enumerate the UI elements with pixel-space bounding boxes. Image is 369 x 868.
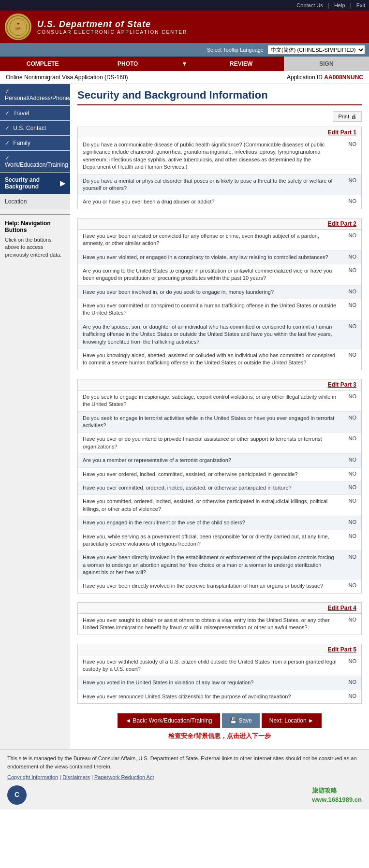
edit-part-3-link[interactable]: Edit Part 3 bbox=[328, 381, 356, 388]
table-row: Have you ever been directly involved in … bbox=[78, 551, 361, 579]
floppy-icon: 💾 bbox=[230, 717, 237, 724]
main-content: Security and Background Information Prin… bbox=[70, 84, 369, 749]
answer-value: NO bbox=[342, 232, 356, 238]
table-row: Do you seek to engage in terrorist activ… bbox=[78, 412, 361, 433]
check-icon: ✓ bbox=[5, 110, 10, 116]
check-icon: ✓ bbox=[5, 140, 10, 146]
table-row: Have you ever been directly involved in … bbox=[78, 579, 361, 593]
sidebar-item-location[interactable]: Location bbox=[0, 194, 70, 209]
help-title: Help: Navigation Buttons bbox=[5, 220, 65, 233]
answer-value: NO bbox=[342, 693, 356, 699]
sidebar-item-travel[interactable]: ✓ Travel bbox=[0, 106, 70, 121]
page-title: Security and Background Information bbox=[77, 89, 362, 105]
app-id-value: AA008NNUNC bbox=[324, 74, 363, 81]
answer-value: NO bbox=[342, 415, 356, 420]
disclaimers-link[interactable]: Disclaimers bbox=[62, 774, 90, 780]
edit-part-2-link[interactable]: Edit Part 2 bbox=[328, 220, 356, 227]
bottom-nav: ◄ Back: Work/Education/Training 💾 Save N… bbox=[77, 713, 362, 728]
answer-value: NO bbox=[342, 289, 356, 294]
table-row: Have you committed, ordered, incited, as… bbox=[78, 495, 361, 516]
answer-value: NO bbox=[342, 267, 356, 273]
tab-complete[interactable]: COMPLETE bbox=[0, 57, 85, 71]
section-1-header: Edit Part 1 bbox=[78, 127, 361, 138]
edit-part-4-link[interactable]: Edit Part 4 bbox=[328, 605, 356, 611]
section-2-header: Edit Part 2 bbox=[78, 218, 361, 230]
lang-select[interactable]: 中文(简体) (CHINESE-SIMPLIFIED) bbox=[267, 45, 365, 55]
edit-part-5-link[interactable]: Edit Part 5 bbox=[328, 646, 356, 653]
answer-value: NO bbox=[342, 471, 356, 477]
tourism-logo: 旅游攻略www.1681989.cn bbox=[312, 786, 362, 805]
answer-value: NO bbox=[342, 582, 356, 588]
section-2: Edit Part 2 Have you ever been arrested … bbox=[77, 218, 362, 370]
table-row: Do you have a mental or physical disorde… bbox=[78, 174, 361, 196]
app-id-display: Application ID AA008NNUNC bbox=[287, 74, 363, 81]
arrow-icon: ▶ bbox=[60, 179, 65, 187]
tab-review[interactable]: REVIEW bbox=[199, 57, 284, 71]
svg-text:USA: USA bbox=[15, 27, 21, 29]
table-row: Have you ever or do you intend to provid… bbox=[78, 433, 361, 454]
answer-value: NO bbox=[342, 435, 356, 441]
table-row: Have you ever renounced United States ci… bbox=[78, 690, 361, 703]
exit-link[interactable]: Exit bbox=[356, 2, 365, 8]
answer-value: NO bbox=[342, 658, 356, 664]
sidebar: ✓ Personal/Address/Phone/Passport ✓ Trav… bbox=[0, 84, 70, 749]
answer-value: NO bbox=[342, 323, 356, 329]
table-row: Are you coming to the United States to e… bbox=[78, 264, 361, 286]
answer-value: NO bbox=[342, 141, 356, 147]
table-row: Do you seek to engage in espionage, sabo… bbox=[78, 391, 361, 412]
chinese-note: 检查安全/背景信息，点击进入下一步 bbox=[77, 732, 362, 740]
sidebar-item-us-contact[interactable]: ✓ U.S. Contact bbox=[0, 121, 70, 136]
footer-bottom: C 旅游攻略www.1681989.cn bbox=[7, 785, 362, 805]
help-link[interactable]: Help bbox=[334, 2, 345, 8]
next-button[interactable]: Next: Location ► bbox=[262, 713, 322, 728]
check-icon: ✓ bbox=[5, 155, 10, 161]
answer-value: NO bbox=[342, 484, 356, 490]
print-bar: Print 🖨 bbox=[77, 111, 362, 122]
check-icon: ✓ bbox=[5, 125, 10, 131]
answer-value: NO bbox=[342, 177, 356, 183]
main-layout: ✓ Personal/Address/Phone/Passport ✓ Trav… bbox=[0, 84, 369, 749]
bureau-logo: C bbox=[7, 785, 27, 805]
help-box: Help: Navigation Buttons Click on the bu… bbox=[0, 214, 70, 263]
nav-tabs: COMPLETE PHOTO ▼ REVIEW SIGN bbox=[0, 57, 369, 71]
back-button[interactable]: ◄ Back: Work/Education/Training bbox=[118, 713, 220, 728]
save-button[interactable]: 💾 Save bbox=[222, 713, 260, 728]
tab-sign[interactable]: SIGN bbox=[284, 57, 369, 71]
sidebar-item-security[interactable]: Security and Background ▶ bbox=[0, 173, 70, 194]
answer-value: NO bbox=[342, 519, 356, 525]
table-row: Have you voted in the United States in v… bbox=[78, 676, 361, 690]
table-row: Have you ever committed or conspired to … bbox=[78, 299, 361, 320]
copyright-link[interactable]: Copyright Information bbox=[7, 774, 58, 780]
answer-value: NO bbox=[342, 393, 356, 399]
sidebar-item-work[interactable]: ✓ Work/Education/Training bbox=[0, 151, 70, 173]
page-header: ★ USA U.S. Department of State CONSULAR … bbox=[0, 11, 369, 43]
table-row: Have you ever violated, or engaged in a … bbox=[78, 251, 361, 264]
tab-photo[interactable]: PHOTO bbox=[85, 57, 170, 71]
table-row: Have you ever ordered, incited, committe… bbox=[78, 468, 361, 481]
edit-part-1-link[interactable]: Edit Part 1 bbox=[328, 129, 356, 136]
table-row: Have you, while serving as a government … bbox=[78, 530, 361, 551]
table-row: Have you ever been arrested or convicted… bbox=[78, 230, 361, 251]
table-row: Have you ever sought to obtain or assist… bbox=[78, 614, 361, 635]
answer-value: NO bbox=[342, 554, 356, 560]
answer-value: NO bbox=[342, 457, 356, 463]
table-row: Are you a member or representative of a … bbox=[78, 454, 361, 467]
answer-value: NO bbox=[342, 198, 356, 204]
answer-value: NO bbox=[342, 302, 356, 308]
agency-name: U.S. Department of State CONSULAR ELECTR… bbox=[37, 19, 187, 35]
section-5-header: Edit Part 5 bbox=[78, 644, 361, 655]
table-row: Do you have a communicable disease of pu… bbox=[78, 138, 361, 174]
contact-us-link[interactable]: Contact Us bbox=[296, 2, 323, 8]
tab-arrow: ▼ bbox=[170, 57, 198, 71]
table-row: Have you engaged in the recruitment or t… bbox=[78, 516, 361, 530]
lang-bar: Select Tooltip Language 中文(简体) (CHINESE-… bbox=[0, 43, 369, 57]
sidebar-item-personal[interactable]: ✓ Personal/Address/Phone/Passport bbox=[0, 84, 70, 106]
footer-text: This site is managed by the Bureau of Co… bbox=[7, 754, 362, 770]
seal-logo: ★ USA bbox=[5, 14, 31, 40]
paperwork-link[interactable]: Paperwork Reduction Act bbox=[94, 774, 154, 780]
section-1: Edit Part 1 Do you have a communicable d… bbox=[77, 127, 362, 209]
table-row: Are you or have you ever been a drug abu… bbox=[78, 195, 361, 208]
check-icon: ✓ bbox=[5, 88, 10, 95]
print-button[interactable]: Print 🖨 bbox=[333, 111, 362, 122]
sidebar-item-family[interactable]: ✓ Family bbox=[0, 136, 70, 151]
